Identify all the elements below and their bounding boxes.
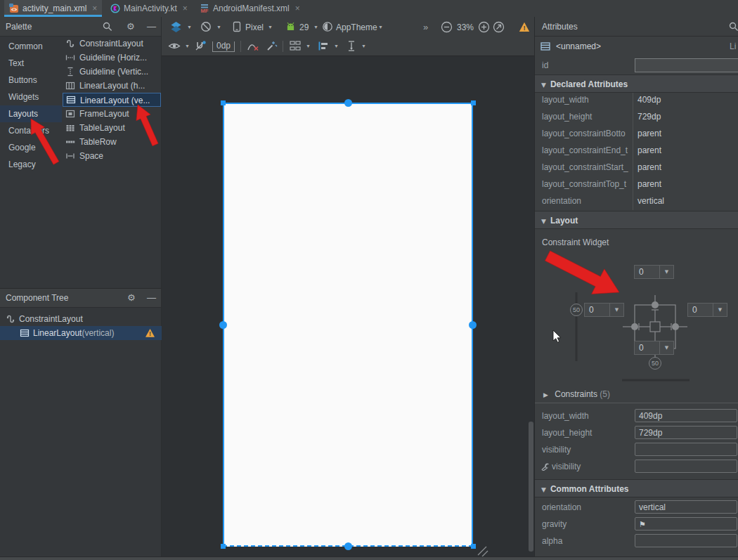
gravity-field[interactable]: ⚑ [635,517,737,530]
component-tree-header: Component Tree ⚙ — [0,288,162,308]
view-options-eye-icon[interactable] [168,41,181,51]
autoconnect-off-magnet-icon[interactable] [194,40,207,53]
palette-category-containers[interactable]: Containers [0,122,62,139]
palette-item-space[interactable]: Space [63,149,161,163]
clear-constraints-icon[interactable] [247,41,259,52]
chevron-down-icon[interactable]: ▼ [313,25,318,30]
distribute-icon[interactable] [347,40,356,52]
api-level-selector[interactable]: 29 [299,22,309,32]
tree-item-linearlayout-vertical[interactable]: LinearLayout(vertical) ! [0,326,162,340]
palette-category-legacy[interactable]: Legacy [0,156,62,173]
palette-item-guideline-horizontal[interactable]: Guideline (Horiz... [63,51,161,65]
orientation-field[interactable]: vertical [635,500,737,514]
attribute-value[interactable]: 409dp [637,91,661,108]
zoom-in-icon[interactable] [478,21,490,33]
selection-handle[interactable] [221,100,226,105]
attribute-value[interactable]: parent [637,125,661,142]
chevron-down-icon[interactable]: ▼ [306,44,311,48]
tab-close-icon[interactable]: × [295,4,300,13]
vertical-bias-slider[interactable]: 50 [570,304,583,316]
chevron-down-icon[interactable]: ▼ [361,44,366,48]
alpha-field[interactable] [635,534,737,547]
minimize-icon[interactable]: — [147,292,156,303]
attribute-value[interactable]: parent [637,142,661,159]
visibility-field[interactable] [635,443,737,456]
tab-close-icon[interactable]: × [92,4,97,13]
attribute-value[interactable]: parent [637,159,661,176]
tab-close-icon[interactable]: × [183,4,188,13]
pack-icon[interactable] [290,41,301,51]
zoom-to-fit-icon[interactable] [493,21,505,33]
device-canvas-linearlayout[interactable] [223,103,473,547]
tree-item-constraintlayout[interactable]: ConstraintLayout [0,312,162,326]
flag-icon[interactable]: ⚑ [639,520,646,529]
margin-bottom-dropdown[interactable]: 0▼ [634,341,674,355]
gear-icon[interactable]: ⚙ [127,292,136,303]
palette-item-guideline-vertical[interactable]: Guideline (Vertic... [63,65,161,79]
attribute-row: layout_constraintBotto parent [535,125,738,142]
chevron-down-icon[interactable]: ▼ [378,25,383,30]
minimize-icon[interactable]: — [147,21,156,32]
layout-height-field[interactable]: 729dp [635,426,737,439]
tab-label: MainActivity.kt [124,4,177,13]
chevron-down-icon[interactable]: ▼ [334,44,339,48]
selection-handle[interactable] [221,544,226,549]
linearlayout-vertical-icon [66,95,76,105]
zoom-out-icon[interactable] [441,21,453,33]
id-field[interactable] [635,58,738,72]
device-selector[interactable]: Pixel [245,22,264,32]
constraint-anchor-start[interactable] [219,321,227,329]
theme-selector[interactable]: AppTheme [336,22,377,32]
search-icon[interactable] [103,22,112,32]
toolbar-overflow-chevrons[interactable]: » [423,22,428,32]
palette-category-layouts[interactable]: Layouts [0,105,62,122]
palette-item-constraintlayout[interactable]: ConstraintLayout [63,37,161,51]
margin-top-dropdown[interactable]: 0▼ [634,265,674,279]
infer-constraints-wand-icon[interactable] [266,40,278,52]
palette-item-tablelayout[interactable]: TableLayout [63,121,161,135]
palette-category-text[interactable]: Text [0,55,62,72]
surface-scrollbar[interactable] [529,422,533,552]
palette-category-widgets[interactable]: Widgets [0,89,62,105]
chevron-down-icon[interactable]: ▼ [216,25,221,30]
palette-category-google[interactable]: Google [0,139,62,156]
tab-activity-main-xml[interactable]: <> activity_main.xml × [4,0,102,17]
palette-category-buttons[interactable]: Buttons [0,72,62,89]
palette-item-linearlayout-horizontal[interactable]: LinearLayout (h... [63,79,161,93]
warning-icon[interactable]: ! [145,328,155,338]
tab-androidmanifest-xml[interactable]: MF AndroidManifest.xml × [195,0,305,17]
palette-item-framelayout[interactable]: FrameLayout [63,107,161,121]
default-margin-button[interactable]: 0dp [212,41,235,52]
gear-icon[interactable]: ⚙ [127,21,135,32]
constraint-anchor-bottom[interactable] [344,542,352,550]
orientation-selector-icon[interactable] [200,21,212,32]
design-surface-selector-icon[interactable] [170,21,182,33]
constraint-anchor-end[interactable] [469,321,477,329]
margin-start-dropdown[interactable]: 0▼ [584,303,624,317]
palette-item-tablerow[interactable]: TableRow [63,135,161,149]
selection-handle[interactable] [471,100,476,105]
attribute-row: layout_width 409dp [535,91,738,108]
section-constraints[interactable]: ▶ Constraints (5) [535,385,738,403]
attribute-value[interactable]: parent [637,176,661,193]
chevron-down-icon[interactable]: ▼ [187,25,192,30]
chevron-down-icon[interactable]: ▼ [268,25,273,30]
search-icon[interactable] [729,22,738,32]
horizontal-bias-slider[interactable]: 50 [649,357,661,370]
constraint-widget[interactable] [535,211,738,393]
warnings-icon[interactable]: ! [519,22,530,32]
layout-width-field[interactable]: 409dp [635,409,737,422]
component-name: <unnamed> [556,41,601,51]
palette-item-linearlayout-vertical[interactable]: LinearLayout (ve... [63,93,161,107]
margin-end-dropdown[interactable]: 0▼ [687,303,727,317]
align-icon[interactable] [318,41,329,51]
constraint-anchor-top[interactable] [344,99,352,107]
attribute-value[interactable]: 729dp [637,108,661,125]
chevron-down-icon[interactable]: ▼ [185,44,190,48]
tab-mainactivity-kt[interactable]: MainActivity.kt × [105,0,193,17]
section-declared-attributes[interactable]: ▼Declared Attributes [535,74,738,93]
section-common-attributes[interactable]: ▼Common Attributes [535,479,738,497]
attribute-value[interactable]: vertical [637,193,664,209]
tools-visibility-field[interactable] [635,460,737,473]
palette-category-common[interactable]: Common [0,38,62,55]
